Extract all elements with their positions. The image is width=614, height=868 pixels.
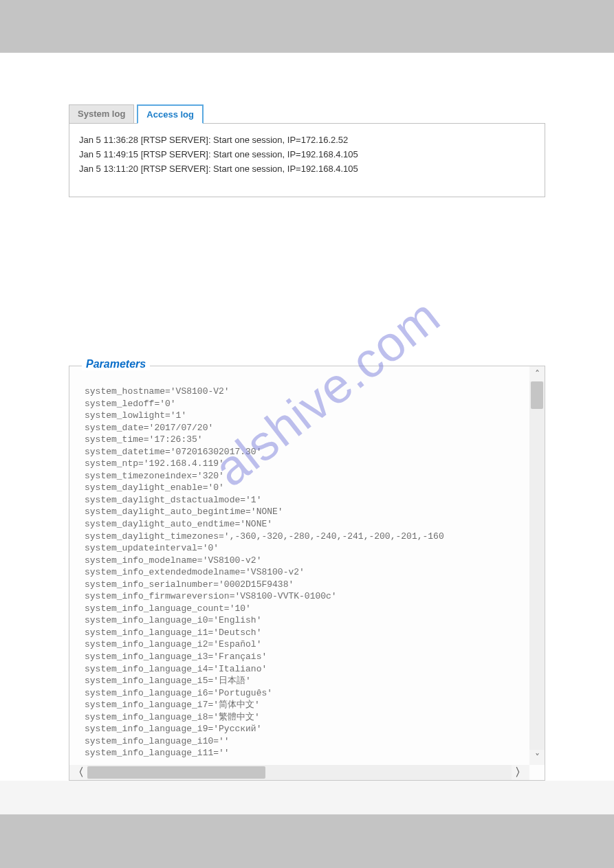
log-line: Jan 5 11:36:28 [RTSP SERVER]: Start one … — [79, 133, 535, 148]
main-content: System log Access log Jan 5 11:36:28 [RT… — [0, 52, 614, 781]
horizontal-scroll-thumb[interactable] — [87, 766, 265, 779]
scroll-left-arrow[interactable]: 〈 — [69, 765, 87, 780]
log-line: Jan 5 11:49:15 [RTSP SERVER]: Start one … — [79, 148, 535, 162]
vertical-scroll-track[interactable] — [529, 381, 545, 750]
horizontal-scroll-track[interactable] — [87, 765, 512, 780]
parameters-text: system_hostname='VS8100-V2' system_ledof… — [69, 366, 529, 765]
scroll-up-arrow[interactable]: ˄ — [529, 366, 545, 381]
tab-system-log[interactable]: System log — [69, 104, 134, 124]
log-line: Jan 5 13:11:20 [RTSP SERVER]: Start one … — [79, 162, 535, 177]
vertical-scrollbar[interactable]: ˄ ˅ — [529, 366, 545, 765]
access-log-panel: Jan 5 11:36:28 [RTSP SERVER]: Start one … — [69, 123, 545, 197]
footer-strip — [0, 814, 614, 868]
scroll-right-arrow[interactable]: 〉 — [512, 765, 529, 780]
horizontal-scrollbar[interactable]: 〈 〉 — [69, 765, 529, 780]
parameters-panel: Parameters system_hostname='VS8100-V2' s… — [69, 366, 545, 781]
tab-access-log[interactable]: Access log — [137, 104, 204, 124]
log-tabs: System log Access log — [69, 104, 545, 124]
header-strip — [0, 0, 614, 52]
vertical-scroll-thumb[interactable] — [531, 381, 543, 409]
parameters-legend: Parameters — [82, 358, 150, 370]
scroll-down-arrow[interactable]: ˅ — [529, 750, 545, 765]
